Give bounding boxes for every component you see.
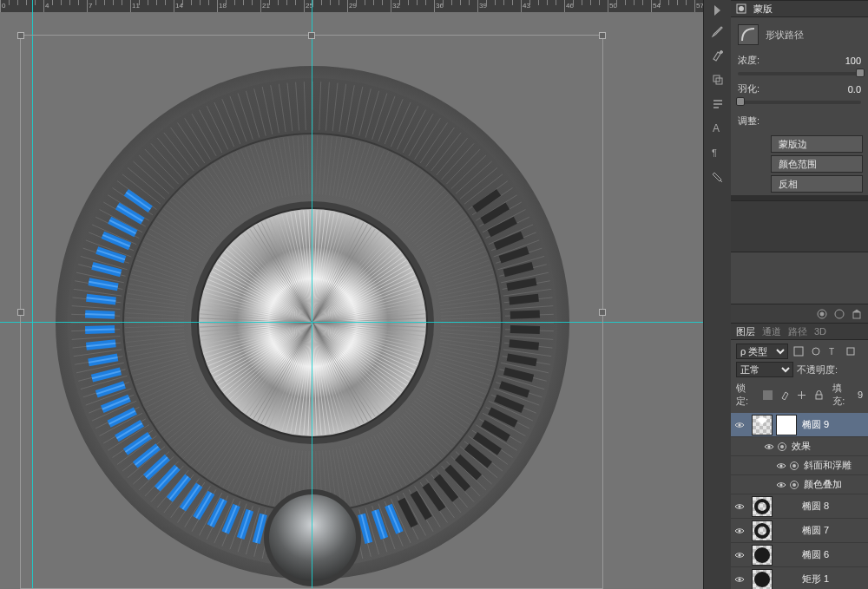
filter-shape-icon[interactable]: [844, 344, 858, 358]
paragraph-panel-icon[interactable]: [707, 94, 728, 115]
right-panels: 蒙版 形状路径 浓度: 100 羽化: 0.0 调整: 蒙版边 颜色范围 反相: [731, 0, 868, 589]
layer-thumbnail[interactable]: [752, 569, 773, 590]
layer-name[interactable]: 椭圆 7: [800, 524, 829, 537]
layer-effect-item[interactable]: 颜色叠加: [731, 475, 868, 494]
collapsed-panel-strip: A ¶: [703, 0, 731, 589]
canvas-area[interactable]: 0471114182125293236394346505457: [0, 0, 703, 589]
feather-value[interactable]: 0.0: [848, 84, 861, 95]
filter-image-icon[interactable]: [792, 344, 806, 358]
density-slider[interactable]: [738, 72, 861, 75]
layer-row[interactable]: 椭圆 6: [731, 543, 868, 567]
layer-name[interactable]: 椭圆 9: [800, 418, 829, 431]
visibility-toggle[interactable]: [773, 480, 790, 490]
density-label: 浓度:: [738, 54, 760, 67]
tab-paths[interactable]: 路径: [788, 325, 807, 338]
layer-effect-item[interactable]: 斜面和浮雕: [731, 456, 868, 475]
mask-edge-button[interactable]: 蒙版边: [771, 135, 863, 153]
tab-channels[interactable]: 通道: [762, 325, 781, 338]
clone-source-icon[interactable]: [707, 69, 728, 90]
tab-3d[interactable]: 3D: [814, 326, 826, 337]
paragraph-styles-icon[interactable]: ¶: [707, 142, 728, 163]
svg-rect-701: [847, 348, 854, 355]
tab-layers[interactable]: 图层: [736, 325, 755, 338]
svg-text:¶: ¶: [712, 147, 717, 158]
fx-icon: [790, 481, 799, 489]
svg-point-709: [738, 529, 740, 532]
character-panel-icon[interactable]: A: [707, 118, 728, 139]
svg-text:T: T: [829, 347, 834, 357]
svg-point-705: [767, 445, 770, 448]
lock-label: 锁定:: [736, 382, 758, 408]
lock-all-icon[interactable]: [812, 388, 826, 402]
visibility-toggle[interactable]: [731, 574, 748, 585]
prop-foot-icon3[interactable]: [851, 308, 863, 320]
svg-rect-698: [794, 347, 803, 356]
lock-transparency-icon[interactable]: [761, 388, 775, 402]
invert-button[interactable]: 反相: [771, 175, 863, 193]
prop-foot-icon2[interactable]: [833, 308, 845, 320]
density-value[interactable]: 100: [845, 56, 861, 66]
svg-point-695: [820, 312, 824, 316]
layer-name[interactable]: 矩形 1: [800, 573, 829, 586]
visibility-toggle[interactable]: [731, 501, 748, 512]
visibility-toggle[interactable]: [773, 461, 790, 471]
layers-list[interactable]: 椭圆 9效果斜面和浮雕颜色叠加椭圆 8椭圆 7椭圆 6矩形 1椭圆 5: [731, 413, 868, 589]
svg-point-710: [738, 553, 740, 556]
visibility-toggle[interactable]: [731, 420, 748, 430]
layer-name[interactable]: 椭圆 6: [800, 548, 829, 561]
properties-panel-footer: [731, 304, 868, 323]
brush-presets-icon[interactable]: [707, 45, 728, 66]
layer-filter-kind[interactable]: ρ 类型: [736, 344, 788, 359]
layer-row[interactable]: 椭圆 7: [731, 519, 868, 543]
filter-type-icon[interactable]: T: [826, 344, 840, 358]
visibility-toggle[interactable]: [731, 526, 748, 536]
lock-position-icon[interactable]: [795, 388, 809, 402]
fx-icon: [790, 461, 799, 470]
svg-point-704: [738, 423, 740, 426]
layer-row[interactable]: 椭圆 9: [731, 413, 868, 437]
visibility-toggle[interactable]: [731, 550, 748, 560]
svg-rect-703: [816, 395, 822, 399]
svg-point-696: [835, 310, 844, 318]
layer-name[interactable]: 椭圆 8: [800, 500, 829, 513]
layer-row[interactable]: 矩形 1: [731, 567, 868, 589]
masks-panel-header[interactable]: 蒙版: [731, 0, 868, 17]
svg-text:A: A: [713, 122, 720, 134]
svg-point-706: [779, 464, 782, 467]
svg-point-693: [739, 6, 744, 11]
layer-row[interactable]: 椭圆 8: [731, 494, 868, 519]
lock-pixels-icon[interactable]: [778, 388, 792, 402]
color-range-button[interactable]: 颜色范围: [771, 155, 863, 173]
free-transform-bbox[interactable]: [20, 35, 603, 589]
feather-slider[interactable]: [738, 101, 861, 104]
opacity-label: 不透明度:: [797, 363, 838, 376]
fill-value[interactable]: 9: [858, 389, 863, 400]
blend-mode-select[interactable]: 正常: [736, 362, 793, 377]
layer-thumbnail[interactable]: [752, 520, 773, 541]
filter-adjust-icon[interactable]: [809, 344, 823, 358]
visibility-toggle[interactable]: [760, 442, 778, 452]
adjust-label: 调整:: [738, 115, 760, 128]
layer-effects-header[interactable]: 效果: [731, 437, 868, 456]
fill-label: 填充:: [832, 382, 854, 408]
prop-foot-icon1[interactable]: [816, 308, 828, 320]
brush-panel-icon[interactable]: [707, 21, 728, 42]
masks-header-icon: [736, 3, 746, 14]
masks-panel: 蒙版 形状路径 浓度: 100 羽化: 0.0 调整: 蒙版边 颜色范围 反相: [731, 0, 868, 200]
mask-thumbnail[interactable]: [776, 415, 797, 435]
layer-thumbnail[interactable]: [752, 415, 773, 435]
svg-rect-702: [763, 390, 773, 400]
masks-panel-title: 蒙版: [753, 3, 773, 16]
mask-thumbnail[interactable]: [738, 24, 759, 45]
svg-point-708: [738, 505, 740, 507]
fx-icon: [778, 442, 786, 451]
layer-thumbnail[interactable]: [752, 545, 773, 566]
tool-preset-icon[interactable]: [707, 167, 728, 187]
feather-label: 羽化:: [738, 82, 760, 95]
mask-kind-label: 形状路径: [766, 29, 804, 42]
svg-rect-697: [853, 312, 860, 318]
layers-controls: ρ 类型 T 正常 不透明度: 锁定: 填充:: [731, 340, 868, 413]
layers-panel-tabs: 图层 通道 路径 3D: [731, 323, 868, 340]
expand-panels-icon[interactable]: [714, 5, 720, 16]
layer-thumbnail[interactable]: [752, 496, 773, 517]
